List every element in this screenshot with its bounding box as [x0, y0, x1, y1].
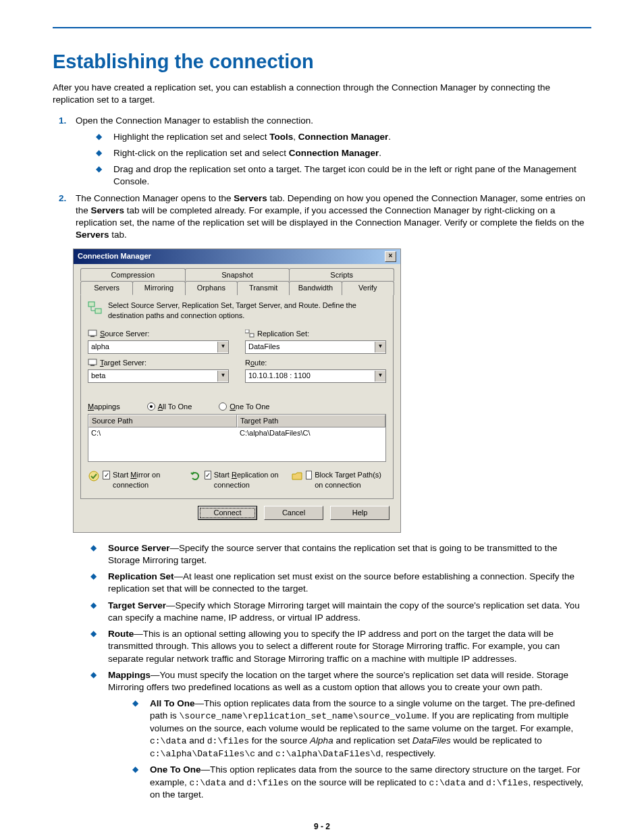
route-combo[interactable]: 10.10.1.108 : 1100 ▼: [245, 369, 386, 383]
radio-dot-on: [147, 402, 155, 411]
replication-set-label: Replication Set:: [245, 329, 386, 339]
tab-row-bottom: Servers Mirroring Orphans Transmit Bandw…: [80, 281, 394, 295]
def-one-to-one: One To One—This option replicates data f…: [132, 764, 591, 801]
replication-icon: [190, 470, 202, 482]
tab-bandwidth[interactable]: Bandwidth: [289, 281, 342, 295]
servers-icon: [88, 301, 103, 315]
col-source-path: Source Path: [88, 415, 237, 427]
page-number: 9 - 2: [53, 821, 591, 832]
chevron-down-icon[interactable]: ▼: [217, 342, 228, 353]
checkbox-icon[interactable]: [306, 471, 312, 479]
tab-scripts[interactable]: Scripts: [289, 268, 394, 282]
servers-panel: Select Source Server, Replication Set, T…: [80, 294, 394, 499]
connect-button[interactable]: Connect: [198, 506, 257, 520]
radio-one-to-one[interactable]: One To One: [219, 402, 269, 412]
radio-dot-off: [219, 402, 227, 411]
svg-rect-4: [88, 330, 97, 336]
help-button[interactable]: Help: [330, 506, 390, 520]
tab-transmit[interactable]: Transmit: [237, 281, 290, 295]
definitions-list: Source Server—Specify the source server …: [53, 542, 591, 801]
tab-mirroring[interactable]: Mirroring: [132, 281, 185, 295]
step-1-bullets: Highlight the replication set and select…: [76, 131, 591, 188]
repset-icon: [245, 330, 254, 338]
source-server-combo[interactable]: alpha ▼: [88, 340, 229, 354]
route-label: Route:: [245, 358, 386, 368]
bullet-highlight: Highlight the replication set and select…: [96, 131, 591, 143]
cancel-button[interactable]: Cancel: [264, 506, 323, 520]
def-replication-set: Replication Set—At least one replication…: [90, 571, 591, 595]
panel-helptext: Select Source Server, Replication Set, T…: [88, 301, 386, 321]
mirror-icon: [88, 470, 100, 482]
source-server-label: Source Server:: [88, 329, 229, 339]
checkbox-icon[interactable]: [205, 471, 211, 479]
col-target-path: Target Path: [237, 415, 385, 427]
top-rule: [53, 27, 591, 28]
check-start-replication[interactable]: Start Replication on connection: [190, 470, 285, 490]
tab-servers[interactable]: Servers: [80, 281, 133, 295]
check-start-mirror[interactable]: Start Mirror on connection: [88, 470, 183, 490]
steps-list: Open the Connection Manager to establish…: [53, 115, 591, 242]
svg-rect-1: [95, 309, 101, 313]
radio-all-to-one[interactable]: All To One: [147, 402, 192, 412]
target-server-combo[interactable]: beta ▼: [88, 369, 229, 383]
dialog-title: Connection Manager: [78, 251, 151, 261]
def-source-server: Source Server—Specify the source server …: [90, 542, 591, 567]
folder-icon: [291, 470, 303, 482]
svg-rect-9: [90, 365, 95, 366]
mappings-sublist: All To One—This option replicates data f…: [112, 698, 591, 801]
close-icon[interactable]: ×: [385, 251, 396, 262]
table-row[interactable]: C:\ C:\alpha\DataFiles\C\: [88, 427, 385, 439]
checkbox-icon[interactable]: [103, 471, 110, 479]
bullet-rightclick: Right-click on the replication set and s…: [96, 147, 591, 159]
svg-rect-8: [88, 359, 97, 365]
svg-point-10: [89, 471, 99, 481]
svg-rect-0: [88, 302, 95, 307]
server-icon: [88, 359, 97, 367]
def-route: Route—This is an optional setting allowi…: [90, 628, 591, 665]
intro-paragraph: After you have created a replication set…: [53, 82, 591, 106]
mappings-table[interactable]: Source Path Target Path C:\ C:\alpha\Dat…: [88, 414, 386, 462]
step-1: Open the Connection Manager to establish…: [69, 115, 591, 188]
page-title: Establishing the connection: [53, 49, 591, 75]
dialog-titlebar: Connection Manager ×: [74, 249, 400, 264]
replication-set-combo[interactable]: DataFiles ▼: [245, 340, 386, 354]
tab-verify[interactable]: Verify: [342, 281, 394, 295]
tab-orphans[interactable]: Orphans: [185, 281, 238, 295]
bullet-dragdrop: Drag and drop the replication set onto a…: [96, 163, 591, 188]
def-mappings: Mappings—You must specify the location o…: [90, 669, 591, 802]
connection-manager-dialog: Connection Manager × Compression Snapsho…: [73, 249, 401, 533]
def-target-server: Target Server—Specify which Storage Mirr…: [90, 600, 591, 624]
check-block-target[interactable]: Block Target Path(s) on connection: [291, 470, 386, 490]
step-2: The Connection Manager opens to the Serv…: [69, 192, 591, 242]
chevron-down-icon[interactable]: ▼: [375, 371, 385, 382]
tab-row-top: Compression Snapshot Scripts: [80, 268, 394, 282]
chevron-down-icon[interactable]: ▼: [375, 342, 385, 353]
chevron-down-icon[interactable]: ▼: [217, 371, 228, 382]
svg-rect-6: [245, 330, 249, 333]
svg-rect-5: [90, 336, 95, 337]
svg-rect-7: [250, 334, 254, 337]
target-server-label: Target Server:: [88, 358, 229, 368]
step-1-text: Open the Connection Manager to establish…: [76, 115, 313, 126]
server-icon: [88, 330, 97, 338]
def-all-to-one: All To One—This option replicates data f…: [132, 698, 591, 760]
tab-snapshot[interactable]: Snapshot: [185, 268, 290, 282]
tab-compression[interactable]: Compression: [80, 268, 186, 282]
